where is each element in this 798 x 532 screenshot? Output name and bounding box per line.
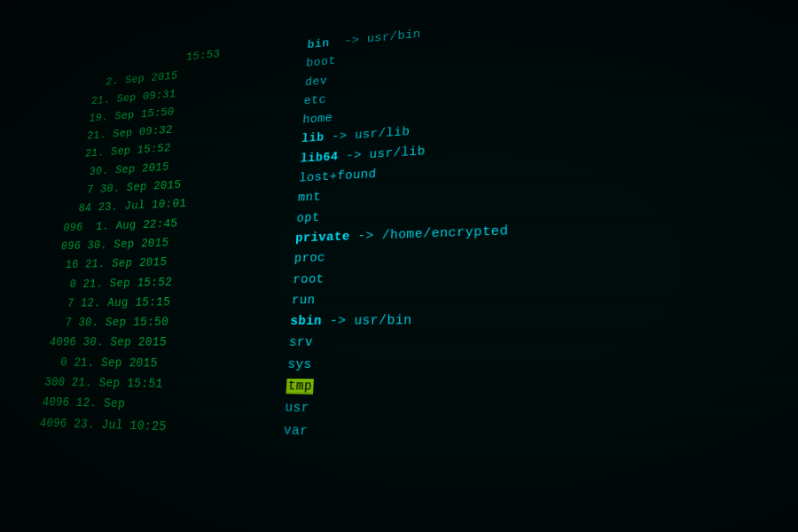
line-14: 7 12. Aug 15:15	[53, 291, 276, 314]
terminal-window: 15:53 2. Sep 2015 21. Sep 09:31 19. Sep …	[0, 0, 798, 532]
entry-sbin: sbin -> usr/bin	[290, 306, 798, 332]
entry-srv: srv	[288, 332, 798, 357]
line-17: 0 21. Sep 2015	[46, 353, 272, 375]
line-16: 4096 30. Sep 2015	[48, 332, 273, 354]
right-column: bin -> usr/bin boot dev etc home lib -> …	[261, 0, 798, 532]
left-column: 15:53 2. Sep 2015 21. Sep 09:31 19. Sep …	[28, 38, 292, 529]
line-15: 7 30. Sep 15:50	[51, 312, 275, 333]
terminal-content: 15:53 2. Sep 2015 21. Sep 09:31 19. Sep …	[20, 0, 798, 532]
